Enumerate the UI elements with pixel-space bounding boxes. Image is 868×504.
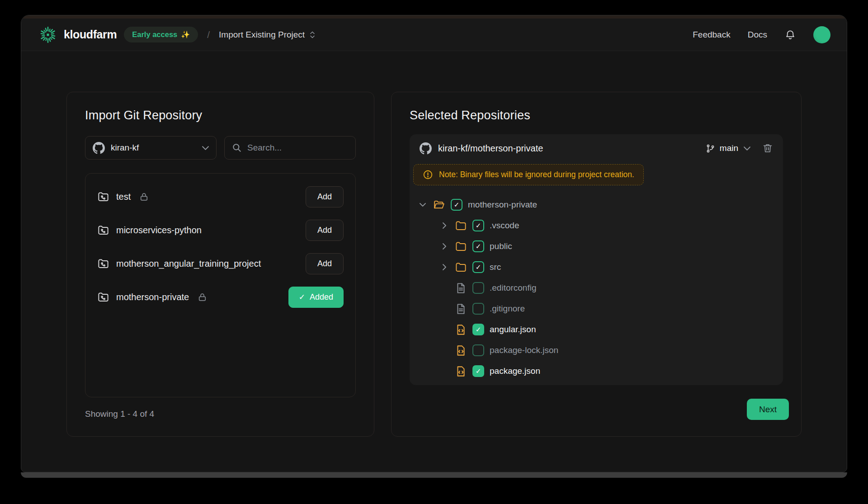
tree-row: README.md	[418, 382, 783, 385]
tree-row: .gitignore	[418, 298, 783, 319]
breadcrumb-project-selector[interactable]: Import Existing Project	[219, 30, 315, 40]
github-icon	[93, 142, 105, 154]
folder-icon	[433, 199, 445, 211]
tree-item-name: motherson-private	[468, 200, 537, 210]
note-text: Note: Binary files will be ignored durin…	[439, 170, 634, 179]
account-select-value: kiran-kf	[111, 143, 139, 153]
repo-folder-icon	[97, 191, 109, 203]
next-button[interactable]: Next	[747, 399, 789, 420]
folder-icon	[455, 261, 467, 273]
repo-list-item: motherson-private ✓Added	[97, 280, 344, 314]
header-actions: Feedback Docs	[693, 26, 830, 43]
kloudfarm-logo-icon	[38, 24, 58, 45]
early-access-label: Early access	[132, 30, 177, 39]
tree-chevron-icon[interactable]	[418, 202, 428, 208]
json-file-icon	[455, 324, 467, 336]
selected-repositories-panel: Selected Repositories kiran-kf/motherson…	[391, 92, 802, 437]
check-icon: ✓	[299, 292, 305, 302]
added-repo-button[interactable]: ✓Added	[288, 287, 344, 308]
repo-controls: kiran-kf	[85, 136, 356, 160]
breadcrumb-separator: /	[207, 29, 210, 40]
pagination-status: Showing 1 - 4 of 4	[85, 409, 356, 419]
tree-checkbox[interactable]	[472, 303, 484, 315]
folder-icon	[455, 240, 467, 253]
app-window: kloudfarm Early access ✨ / Import Existi…	[21, 15, 847, 472]
json-file-icon	[455, 365, 467, 377]
folder-icon	[455, 220, 467, 232]
tree-item-name: .vscode	[490, 221, 519, 231]
notifications-bell-icon[interactable]	[784, 29, 796, 41]
branch-select[interactable]: main	[706, 143, 750, 153]
remove-repo-trash-icon[interactable]	[762, 143, 773, 154]
tree-row: .editorconfig	[418, 278, 783, 298]
tree-row: angular.json	[418, 319, 783, 340]
tree-item-name: .editorconfig	[490, 283, 537, 293]
tree-checkbox[interactable]	[472, 365, 484, 377]
add-repo-button[interactable]: Add	[306, 186, 344, 207]
repo-name: motherson_angular_training_project	[116, 259, 261, 269]
binary-files-note: Note: Binary files will be ignored durin…	[413, 164, 644, 185]
tree-item-name: package.json	[490, 366, 540, 376]
tree-checkbox[interactable]	[451, 199, 462, 211]
tree-item-name: angular.json	[490, 325, 536, 334]
add-repo-button[interactable]: Add	[306, 220, 344, 241]
lock-icon	[139, 192, 149, 202]
tree-item-name: .gitignore	[490, 304, 525, 314]
file-tree: motherson-private .vscode public src .ed…	[410, 185, 783, 385]
main-content: Import Git Repository kiran-kf test Add …	[21, 51, 847, 437]
left-panel-title: Import Git Repository	[85, 108, 356, 122]
nav-feedback[interactable]: Feedback	[693, 30, 730, 40]
selected-repo-actions: main	[706, 143, 773, 154]
tree-checkbox[interactable]	[472, 261, 484, 273]
tree-checkbox[interactable]	[472, 240, 484, 252]
tree-row: .vscode	[418, 215, 783, 236]
import-git-repository-panel: Import Git Repository kiran-kf test Add …	[66, 92, 374, 437]
tree-chevron-icon[interactable]	[439, 243, 449, 250]
file-icon	[455, 303, 467, 315]
tree-row: package.json	[418, 361, 783, 382]
tree-row: src	[418, 257, 783, 278]
tree-row: public	[418, 236, 783, 257]
user-avatar[interactable]	[813, 26, 830, 43]
tree-chevron-icon[interactable]	[439, 264, 449, 270]
tree-checkbox[interactable]	[472, 282, 484, 294]
file-icon	[455, 282, 467, 294]
github-icon	[420, 142, 432, 155]
chevron-updown-icon	[310, 31, 315, 39]
lock-icon	[198, 292, 207, 302]
account-select[interactable]: kiran-kf	[85, 136, 217, 160]
search-input[interactable]	[247, 143, 348, 153]
add-repo-button[interactable]: Add	[306, 253, 344, 274]
tree-checkbox[interactable]	[472, 344, 484, 356]
repo-folder-icon	[97, 224, 109, 236]
selected-repo-card: kiran-kf/motherson-private main Note: Bi…	[410, 134, 783, 385]
search-icon	[232, 143, 242, 153]
repo-folder-icon	[97, 291, 109, 303]
tree-item-name: src	[490, 262, 501, 272]
repo-list-item: test Add	[97, 180, 344, 213]
selected-repo-header: kiran-kf/motherson-private main	[410, 134, 783, 162]
repo-folder-icon	[97, 258, 109, 270]
chevron-down-icon	[744, 146, 750, 151]
early-access-badge: Early access ✨	[124, 27, 198, 42]
repo-list-item: motherson_angular_training_project Add	[97, 247, 344, 280]
nav-docs[interactable]: Docs	[748, 30, 767, 40]
repo-name: microservices-python	[116, 225, 202, 236]
repo-name: motherson-private	[116, 292, 189, 302]
selected-repo-name: kiran-kf/motherson-private	[438, 143, 543, 154]
warning-circle-icon	[423, 170, 433, 180]
app-header: kloudfarm Early access ✨ / Import Existi…	[21, 19, 847, 51]
tree-checkbox[interactable]	[472, 220, 484, 231]
chevron-down-icon	[202, 146, 209, 150]
tree-chevron-icon[interactable]	[439, 222, 449, 229]
window-base-edge	[21, 472, 847, 478]
tree-checkbox[interactable]	[472, 324, 484, 335]
repo-search	[224, 136, 356, 160]
json-file-icon	[455, 344, 467, 357]
breadcrumb-label: Import Existing Project	[219, 30, 305, 40]
git-branch-icon	[706, 144, 715, 153]
repo-name: test	[116, 192, 131, 202]
tree-item-name: public	[490, 241, 512, 251]
right-panel-title: Selected Repositories	[410, 108, 783, 122]
sparkles-icon: ✨	[181, 30, 190, 39]
